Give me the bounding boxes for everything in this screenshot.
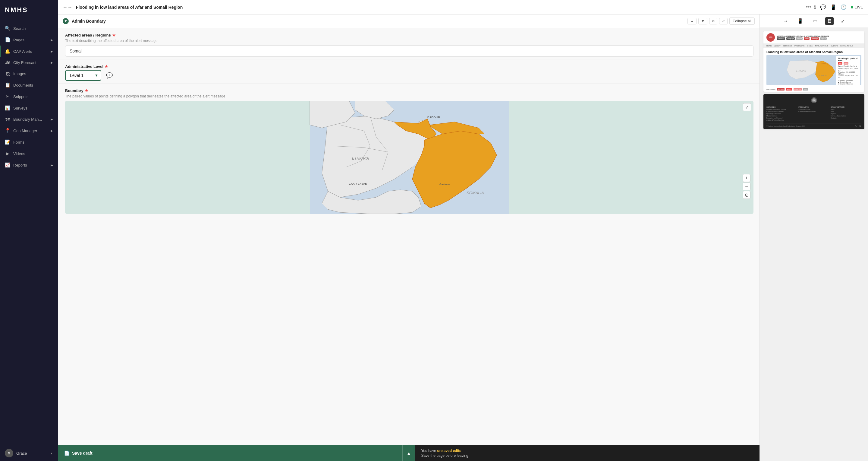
affected-areas-hint: The text describing the affected area of… <box>65 39 753 43</box>
sidebar-item-forms[interactable]: 📝 Forms <box>0 136 58 148</box>
sidebar-item-documents[interactable]: 📋 Documents <box>0 79 58 91</box>
save-notice: You have unsaved edits Save the page bef… <box>415 445 760 461</box>
preview-bottom-section: SERVICES Weather Forecasting Service Gen… <box>764 94 864 129</box>
expand-button[interactable]: ⤢ <box>719 18 727 24</box>
admin-boundary-header: ▼ Admin Boundary .......................… <box>58 15 760 28</box>
comment-icon[interactable]: 💬 <box>106 72 113 79</box>
boundary-manager-icon: 🗺 <box>5 117 10 122</box>
admin-level-row: Level 1 Level 2 Level 3 ▼ 💬 <box>65 70 753 81</box>
preview-topbar: → 📱 ▭ 🖥 ⤢ <box>760 15 868 28</box>
admin-level-select[interactable]: Level 1 Level 2 Level 3 <box>65 70 101 81</box>
page-title: Flooding in low land areas of Afar and S… <box>76 5 801 10</box>
surveys-icon: 📊 <box>5 105 10 111</box>
sidebar-item-label: Videos <box>13 151 25 156</box>
editor-scroll-area[interactable]: Affected areas / Regions ★ The text desc… <box>58 28 760 232</box>
sidebar-item-images[interactable]: 🖼 Images <box>0 68 58 79</box>
preview-footer-services: SERVICES Weather Forecasting Service Gen… <box>767 106 797 121</box>
preview-mobile-button[interactable]: 📱 <box>795 17 805 25</box>
sidebar-item-videos[interactable]: ▶ Videos <box>0 148 58 159</box>
sidebar-item-label: Documents <box>13 83 33 87</box>
preview-social-icons: 𝕏 f ▶ <box>855 124 861 127</box>
search-icon: 🔍 <box>5 26 10 31</box>
preview-nav-media: MEDIA <box>807 45 813 47</box>
preview-nav-publications: PUBLICATIONS <box>815 45 829 47</box>
back-forward-button[interactable]: ←→ <box>63 4 72 10</box>
affected-areas-label: Affected areas / Regions ★ <box>65 33 753 37</box>
save-draft-icon: 📄 <box>64 451 70 456</box>
preview-footer-logo <box>811 97 817 103</box>
section-controls: ▲ ▼ ⧉ ⤢ Collapse all <box>687 18 755 25</box>
preview-sidebar-card: Flooding in parts of Bole App Web Event:… <box>836 56 860 85</box>
preview-footer-bottom: © National Meteorological and Hydrologic… <box>767 123 861 127</box>
map-expand-button[interactable]: ⤢ <box>743 103 751 111</box>
chevron-right-icon: ▶ <box>51 50 53 53</box>
move-up-button[interactable]: ▲ <box>687 18 696 24</box>
sidebar-item-snippets[interactable]: ✂ Snippets <box>0 91 58 102</box>
chat-button[interactable]: 💬 <box>820 4 826 10</box>
content-area: ▼ Admin Boundary .......................… <box>58 15 868 461</box>
chevron-right-icon: ▶ <box>51 38 53 41</box>
preview-desktop-button[interactable]: 🖥 <box>825 17 834 25</box>
preview-logo: NMS <box>767 33 775 41</box>
preview-tablet-button[interactable]: ▭ <box>811 17 819 25</box>
affected-areas-input[interactable] <box>65 45 753 57</box>
city-forecast-icon: 🏙 <box>5 60 10 65</box>
info-button[interactable]: ℹ <box>814 4 816 10</box>
history-button[interactable]: 🕐 <box>841 4 846 10</box>
save-chevron-button[interactable]: ▲ <box>403 445 415 461</box>
sidebar-nav: 🔍 Search 📄 Pages ▶ 🔔 CAP Alerts ▶ 🏙 City… <box>0 20 58 445</box>
zoom-reset-button[interactable]: ⊙ <box>743 191 750 199</box>
preview-nav-about: ABOUT <box>774 45 781 47</box>
preview-nav-services: SERVICES <box>783 45 792 47</box>
preview-panel: → 📱 ▭ 🖥 ⤢ NMS NATIONAL METEOROLOGICA <box>760 15 868 461</box>
zoom-out-button[interactable]: − <box>743 182 750 191</box>
sidebar-item-cap-alerts[interactable]: 🔔 CAP Alerts ▶ <box>0 46 58 57</box>
map-svg: DJIBOUTI ETHIOPIA ADDIS ABABA Garissa• S… <box>65 101 753 214</box>
sidebar-item-boundary-manager[interactable]: 🗺 Boundary Man... ▶ <box>0 114 58 125</box>
admin-level-label: Administrative Level ★ <box>65 64 753 69</box>
preview-header: NMS NATIONAL METEOROLOGICAL & HYDROLOGIC… <box>764 31 864 44</box>
section-toggle-button[interactable]: ▼ <box>63 18 69 24</box>
main-wrapper: ←→ Flooding in low land areas of Afar an… <box>58 0 868 461</box>
preview-subscribe-btn: Subscribe <box>777 37 785 40</box>
more-options-button[interactable]: ••• <box>806 4 812 10</box>
save-notice-line1: You have unsaved edits <box>421 449 753 453</box>
collapse-all-button[interactable]: Collapse all <box>730 18 755 25</box>
sidebar-item-pages[interactable]: 📄 Pages ▶ <box>0 34 58 46</box>
required-indicator: ★ <box>112 33 116 37</box>
required-indicator: ★ <box>85 88 88 93</box>
app-logo: NMHS <box>0 0 58 20</box>
required-indicator: ★ <box>104 64 108 69</box>
live-button[interactable]: LIVE <box>851 5 863 9</box>
zoom-in-button[interactable]: + <box>743 174 750 182</box>
sidebar-item-search[interactable]: 🔍 Search <box>0 23 58 34</box>
mobile-preview-button[interactable]: 📱 <box>830 4 836 10</box>
sidebar-item-city-forecast[interactable]: 🏙 City Forecast ▶ <box>0 57 58 68</box>
sidebar-item-label: Snippets <box>13 94 29 99</box>
svg-text:Garissa•: Garissa• <box>439 183 450 186</box>
section-title: Admin Boundary <box>72 19 275 24</box>
sidebar-item-surveys[interactable]: 📊 Surveys <box>0 102 58 114</box>
user-menu[interactable]: G Grace ▲ <box>0 445 58 461</box>
preview-signin-btn: Sign In <box>820 37 827 40</box>
preview-badge-app: App <box>838 62 842 64</box>
preview-sidebar-title: Flooding in parts of Bole <box>838 57 858 62</box>
avatar: G <box>5 449 13 457</box>
sidebar-item-geo-manager[interactable]: 📍 Geo Manager ▶ <box>0 125 58 136</box>
sidebar-item-label: Reports <box>13 163 27 168</box>
save-draft-button[interactable]: 📄 Save draft <box>58 445 403 461</box>
svg-text:SOMALIA: SOMALIA <box>818 75 827 76</box>
sidebar-item-reports[interactable]: 📈 Reports ▶ <box>0 159 58 171</box>
boundary-section: Boundary ★ The paired values of points d… <box>58 84 760 214</box>
preview-nav: HOME ABOUT SERVICES PRODUCTS MEDIA PUBLI… <box>764 44 864 48</box>
preview-arrow-button[interactable]: → <box>782 17 789 25</box>
save-bar: 📄 Save draft ▲ You have unsaved edits Sa… <box>58 445 760 461</box>
admin-level-section: Administrative Level ★ Level 1 Level 2 L… <box>58 59 760 84</box>
copy-button[interactable]: ⧉ <box>709 18 717 24</box>
cap-alerts-icon: 🔔 <box>5 49 10 54</box>
pages-icon: 📄 <box>5 37 10 42</box>
admin-level-select-wrapper: Level 1 Level 2 Level 3 ▼ <box>65 70 101 81</box>
preview-external-button[interactable]: ⤢ <box>840 18 846 25</box>
chevron-right-icon: ▶ <box>51 129 53 133</box>
move-down-button[interactable]: ▼ <box>698 18 707 24</box>
